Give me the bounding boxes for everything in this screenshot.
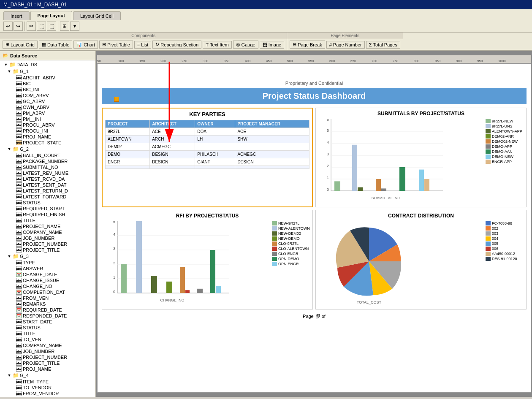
tree-item-status[interactable]: abcSTATUS [0,200,95,206]
canvas-area[interactable]: 50 100 150 200 250 300 350 400 450 500 5… [96,51,532,397]
tree-item-title[interactable]: abcTITLE [0,217,95,223]
tree-toggle-company-name[interactable] [10,230,15,235]
tree-item-latest-sent-dat[interactable]: abcLATEST_SENT_DAT [0,182,95,188]
layout-grid-button[interactable]: ⊞ Layout Grid [3,41,38,49]
tree-toggle-ball-in-court[interactable] [10,153,15,158]
tree-item-company-name[interactable]: abcCOMPANY_NAME [0,229,95,235]
tree-item-project-state[interactable]: 999PROJECT_STATE [0,140,95,146]
tree-toggle-project-number[interactable] [10,242,15,247]
tree-item-answer[interactable]: abcANSWER [0,266,95,271]
tree-item-status2[interactable]: abcSTATUS [0,325,95,331]
list-button[interactable]: ≡ List [134,41,152,49]
tree-toggle-latest-sent-dat[interactable] [10,182,15,187]
tree-item-g2[interactable]: ▼📁G_2 [0,146,95,152]
tree-toggle-status2[interactable] [10,325,15,330]
tree-item-package-number[interactable]: abcPACKAGE_NUMBER [0,158,95,164]
tab-layout-grid-cell[interactable]: Layout Grid Cell [73,11,121,20]
tree-item-data-ds[interactable]: ▼📁DATA_DS [0,61,95,68]
tree-toggle-from-vendor[interactable] [10,391,15,396]
tree-item-job-number2[interactable]: abcJOB_NUMBER [0,348,95,354]
tree-item-bic-ini[interactable]: abcBIC_INI [0,87,95,92]
tree-container[interactable]: ▼📁DATA_DS▼📁G_1abcARCHIT_ABRVabcBICabcBIC… [0,60,95,397]
tree-item-title2[interactable]: abcTITLE [0,331,95,337]
tree-item-change-issue[interactable]: abcCHANGE_ISSUE [0,277,95,283]
tree-item-proj-name[interactable]: abcPROJ_NAME [0,134,95,140]
redo-button[interactable]: ↪ [14,22,23,31]
tree-toggle-change-date[interactable] [10,272,15,277]
tree-item-item-type[interactable]: abcITEM_TYPE [0,379,95,385]
tree-toggle-project-name[interactable] [10,224,15,229]
tab-page-layout[interactable]: Page Layout [30,11,72,20]
tree-item-latest-forward[interactable]: abcLATEST_FORWARD [0,194,95,200]
tree-toggle-required-start[interactable] [10,206,15,211]
pivot-table-button[interactable]: ⊟ Pivot Table [99,41,133,49]
tree-item-project-title2[interactable]: abcPROJECT_TITLE [0,360,95,366]
tree-toggle-project-number2[interactable] [10,355,15,360]
tree-toggle-com-abrv[interactable] [10,93,15,98]
page-break-button[interactable]: ⊟ Page Break [290,41,325,49]
tree-toggle-from-ven[interactable] [10,296,15,301]
tree-item-pm-abrv[interactable]: abcPM_ABRV [0,110,95,116]
tree-item-type[interactable]: abcTYPE [0,260,95,266]
tree-item-gc-abrv[interactable]: abcGC_ABRV [0,98,95,104]
tree-item-latest-rcvd-da[interactable]: abcLATEST_RCVD_DA [0,176,95,182]
dropdown-button[interactable]: ▾ [70,22,79,31]
tree-item-project-number[interactable]: abcPROJECT_NUMBER [0,241,95,247]
tree-item-ball-in-court[interactable]: abcBALL_IN_COURT [0,152,95,158]
tree-item-start-date[interactable]: abcSTART_DATE [0,319,95,325]
tree-item-project-title[interactable]: abcPROJECT_TITLE [0,247,95,253]
tree-toggle-procu-ini[interactable] [10,128,15,133]
tree-toggle-job-number2[interactable] [10,349,15,354]
tree-item-latest-rev-num[interactable]: abcLATEST_REV_NUME [0,170,95,176]
cut-button[interactable]: ✂ [27,22,36,31]
tree-item-com-abrv[interactable]: abcCOM_ABRV [0,92,95,98]
tree-item-from-vendor[interactable]: abcFROM_VENDOR [0,391,95,396]
tree-toggle-bic[interactable] [10,81,15,86]
tree-item-remarks[interactable]: abcREMARKS [0,301,95,307]
tree-item-from-ven[interactable]: abcFROM_VEN [0,295,95,301]
tree-toggle-latest-rev-num[interactable] [10,171,15,176]
tree-item-project-name[interactable]: abcPROJECT_NAME [0,223,95,229]
tree-item-required-start[interactable]: abcREQUIRED_START [0,206,95,212]
tree-toggle-proj-name2[interactable] [10,366,15,372]
page-number-button[interactable]: # Page Number [326,41,365,49]
tree-toggle-g3[interactable]: ▼ [7,254,12,259]
gauge-button[interactable]: ◎ Gauge [233,41,258,49]
tree-item-to-ven[interactable]: abcTO_VEN [0,337,95,342]
tree-toggle-archit-abrv[interactable] [10,75,15,80]
tree-item-procu-abrv[interactable]: abcPROCU_ABRV [0,122,95,128]
tree-item-pm-ini[interactable]: abcPM__INI [0,116,95,122]
tree-toggle-change-no[interactable] [10,284,15,289]
tree-toggle-change-issue[interactable] [10,278,15,283]
tree-toggle-completion-dat[interactable] [10,290,15,295]
tree-toggle-required-finish[interactable] [10,212,15,217]
tree-toggle-responded-date[interactable] [10,313,15,318]
tree-item-archit-abrv[interactable]: abcARCHIT_ABRV [0,75,95,81]
tree-toggle-project-state[interactable] [10,140,15,145]
tree-item-latest-return-d[interactable]: abcLATEST_RETURN_D [0,188,95,194]
tree-item-required-date[interactable]: 📅REQUIRED_DATE [0,307,95,313]
paste-button[interactable]: ⬚ [47,22,56,31]
tree-toggle-company-name2[interactable] [10,343,15,348]
tree-toggle-status[interactable] [10,200,15,205]
tree-item-bic[interactable]: abcBIC [0,81,95,87]
tree-toggle-g4[interactable]: ▼ [7,373,12,378]
tree-toggle-latest-forward[interactable] [10,194,15,199]
tree-toggle-own-abrv[interactable] [10,105,15,110]
tree-toggle-item-type[interactable] [10,379,15,384]
tree-item-g3[interactable]: ▼📁G_3 [0,253,95,260]
data-table-button[interactable]: ▦ Data Table [39,41,72,49]
text-item-button[interactable]: T Text Item [203,41,231,49]
tree-toggle-bic-ini[interactable] [10,87,15,92]
tree-item-submittal-no[interactable]: abcSUBMITTAL_NO [0,164,95,170]
tree-item-project-number2[interactable]: abcPROJECT_NUMBER [0,354,95,360]
copy-button[interactable]: ⬚ [37,22,46,31]
tree-toggle-data-ds[interactable]: ▼ [3,62,8,67]
tree-item-change-date[interactable]: 📅CHANGE_DATE [0,271,95,277]
tree-toggle-remarks[interactable] [10,301,15,307]
tree-item-job-number[interactable]: abcJOB_NUMBER [0,235,95,241]
tree-toggle-start-date[interactable] [10,319,15,324]
tree-item-proj-name2[interactable]: abcPROJ_NAME [0,366,95,372]
tree-toggle-project-title2[interactable] [10,361,15,366]
tree-toggle-title2[interactable] [10,331,15,336]
